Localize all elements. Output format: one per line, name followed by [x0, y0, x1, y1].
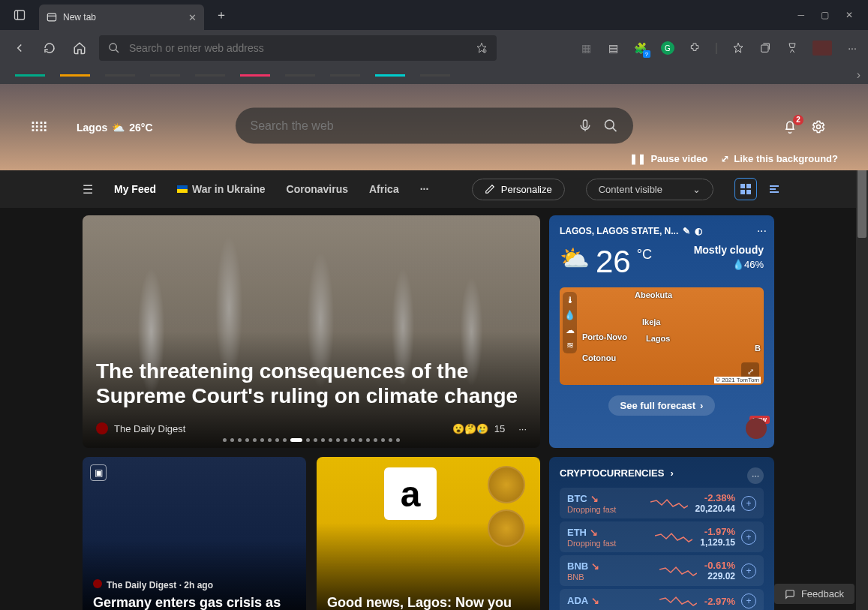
add-crypto-button[interactable]: + — [741, 530, 756, 545]
ext-icon-help[interactable]: 🧩 — [634, 41, 647, 55]
grid-view-icon[interactable] — [734, 178, 757, 200]
personalize-button[interactable]: Personalize — [472, 179, 565, 200]
tab-actions-icon[interactable] — [0, 9, 39, 21]
address-bar[interactable] — [99, 35, 497, 61]
svg-point-4 — [110, 44, 116, 50]
bitcoin-icon — [488, 509, 525, 547]
titlebar: New tab ✕ ＋ ─ ▢ ✕ — [0, 0, 868, 30]
fav-overflow-icon[interactable]: › — [857, 68, 860, 82]
hero-search-input[interactable] — [251, 119, 567, 132]
crypto-symbol: BNB ↘ — [567, 560, 599, 572]
close-tab-icon[interactable]: ✕ — [188, 12, 197, 23]
notifications-icon[interactable]: 2 — [782, 119, 797, 134]
crypto-card[interactable]: ··· CRYPTOCURRENCIES › BTC ↘Dropping fas… — [549, 457, 774, 610]
ext-icon-1[interactable]: ▤ — [607, 41, 620, 55]
story-card-2[interactable]: a Good news, Lagos: Now you — [317, 457, 540, 610]
map-city: B — [755, 344, 761, 353]
precip-layer-icon[interactable]: 💧 — [564, 310, 575, 320]
amazon-logo-icon: a — [384, 467, 437, 520]
app-launcher-icon[interactable]: ⠿⠿ — [30, 119, 47, 136]
favorite-star-icon[interactable] — [476, 42, 488, 54]
svg-rect-0 — [15, 11, 25, 20]
map-city: Porto-Novo — [582, 332, 627, 341]
crypto-row[interactable]: ETH ↘Dropping fast -1.97%1,129.15 + — [560, 521, 764, 552]
wind-layer-icon[interactable]: ≋ — [566, 340, 574, 350]
search-icon[interactable] — [603, 118, 618, 133]
feedback-button[interactable]: Feedback — [774, 584, 854, 604]
nav-corona[interactable]: Coronavirus — [287, 183, 348, 195]
weather-card[interactable]: LAGOS, LAGOS STATE, N... ✎ ◐ ··· ⛅ 26 °C… — [549, 215, 774, 448]
lead-more-icon[interactable]: ··· — [518, 423, 527, 434]
browser-tab[interactable]: New tab ✕ — [39, 5, 204, 30]
crypto-symbol: ETH ↘ — [567, 527, 616, 538]
view-toggle-group — [734, 178, 785, 200]
maximize-icon[interactable]: ▢ — [821, 10, 829, 20]
crypto-pct: -1.97% — [700, 526, 735, 537]
cloud-layer-icon[interactable]: ☁ — [566, 325, 575, 335]
ext-icon-dimmed[interactable]: ▦ — [580, 41, 593, 55]
nav-more-icon[interactable]: ··· — [420, 183, 429, 195]
settings-icon[interactable] — [811, 119, 826, 134]
add-crypto-button[interactable]: + — [741, 496, 756, 511]
weather-gauge-icon[interactable]: ◐ — [695, 226, 702, 236]
address-input[interactable] — [129, 42, 467, 54]
minimize-icon[interactable]: ─ — [797, 10, 804, 20]
carousel-dots[interactable] — [223, 438, 400, 442]
svg-point-9 — [605, 120, 614, 129]
collections-icon[interactable] — [758, 41, 772, 55]
svg-rect-12 — [740, 184, 745, 188]
page-content: ⠿⠿ Lagos ⛅ 26°C 2 ❚❚Pause video ⤢Like th… — [0, 84, 868, 610]
home-button[interactable] — [69, 41, 90, 55]
nav-war[interactable]: War in Ukraine — [177, 183, 266, 195]
add-crypto-button[interactable]: + — [741, 563, 756, 578]
menu-icon[interactable]: ··· — [845, 41, 859, 55]
add-crypto-button[interactable]: + — [741, 593, 756, 608]
search-icon — [108, 42, 120, 54]
weather-location: Lagos — [77, 122, 107, 134]
nav-menu-icon[interactable]: ☰ — [83, 182, 93, 197]
refresh-button[interactable] — [39, 41, 60, 55]
feed-nav: ☰ My Feed War in Ukraine Coronavirus Afr… — [0, 170, 868, 208]
weather-mini[interactable]: Lagos ⛅ 26°C — [77, 122, 153, 134]
like-background-button[interactable]: ⤢Like this background? — [721, 153, 838, 164]
svg-rect-15 — [746, 190, 751, 194]
crypto-row[interactable]: BNB ↘BNB -0.61%229.02 + — [560, 555, 764, 586]
smoke-image — [83, 215, 540, 448]
crypto-more-icon[interactable]: ··· — [747, 467, 764, 484]
mic-icon[interactable] — [578, 118, 593, 133]
content-grid: The threatening consequences of the Supr… — [0, 208, 868, 610]
svg-point-11 — [817, 125, 821, 128]
close-window-icon[interactable]: ✕ — [845, 10, 853, 20]
extensions-icon[interactable] — [688, 41, 701, 55]
favorites-bar: › — [0, 66, 868, 84]
content-visible-dropdown[interactable]: Content visible⌄ — [586, 179, 713, 200]
nav-africa[interactable]: Africa — [369, 183, 399, 195]
temp-layer-icon[interactable]: 🌡 — [566, 295, 575, 305]
back-button[interactable] — [9, 41, 30, 55]
nav-my-feed[interactable]: My Feed — [114, 183, 156, 195]
crypto-row[interactable]: ADA ↘ -2.97% + — [560, 589, 764, 610]
rewards-icon[interactable] — [785, 41, 799, 55]
edit-location-icon[interactable]: ✎ — [683, 226, 690, 236]
list-view-icon[interactable] — [763, 178, 785, 200]
crypto-row[interactable]: BTC ↘Dropping fast -2.38%20,220.44 + — [560, 488, 764, 518]
see-forecast-button[interactable]: See full forecast› — [608, 395, 716, 416]
new-tab-button[interactable]: ＋ — [210, 8, 233, 23]
pause-video-button[interactable]: ❚❚Pause video — [629, 153, 707, 164]
weather-map[interactable]: 🌡💧☁≋ Abeokuta Ikeja Porto-Novo Lagos Cot… — [560, 287, 764, 385]
weather-more-icon[interactable]: ··· — [757, 224, 767, 238]
story-card-1[interactable]: ▣ The Daily Digest · 2h ago Germany ente… — [83, 457, 306, 610]
lead-story-card[interactable]: The threatening consequences of the Supr… — [83, 215, 540, 448]
ext-icon-grammarly[interactable]: G — [661, 41, 674, 55]
story-title: Good news, Lagos: Now you — [327, 595, 530, 610]
svg-rect-2 — [47, 14, 56, 21]
story-row: ▣ The Daily Digest · 2h ago Germany ente… — [83, 457, 540, 610]
weather-avatar[interactable] — [746, 418, 767, 439]
profile-button[interactable] — [812, 41, 832, 56]
notif-badge: 2 — [793, 115, 803, 125]
hero-search-bar[interactable] — [236, 107, 633, 143]
favorites-icon[interactable] — [731, 41, 745, 55]
map-layer-controls[interactable]: 🌡💧☁≋ — [563, 292, 577, 353]
chevron-right-icon[interactable]: › — [670, 467, 673, 479]
reaction-emoji-icon: 😮🤔🥲 — [452, 423, 488, 434]
